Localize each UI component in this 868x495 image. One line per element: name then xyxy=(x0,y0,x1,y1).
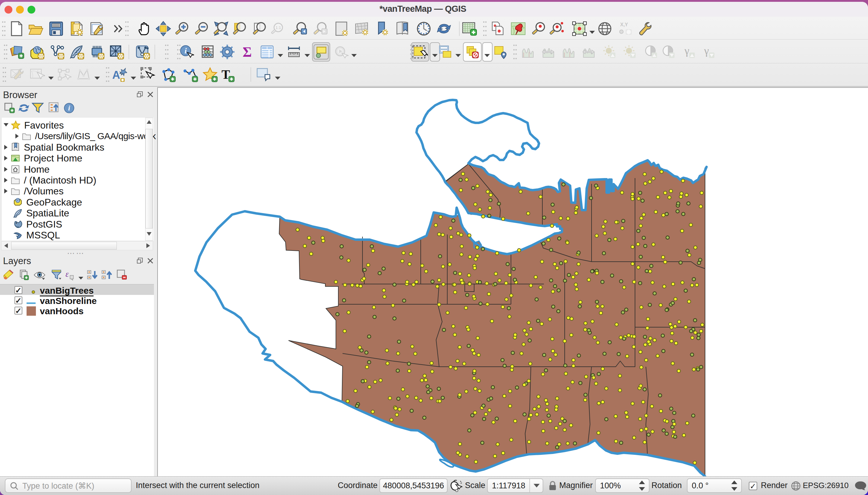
svg-text:Σ: Σ xyxy=(243,45,252,60)
svg-text:i: i xyxy=(68,104,70,112)
svg-text:γ: γ xyxy=(684,45,689,57)
svg-text:A: A xyxy=(112,69,120,81)
svg-text:γ: γ xyxy=(704,45,709,57)
svg-text:X,Y: X,Y xyxy=(620,22,628,27)
svg-text:ε: ε xyxy=(66,270,69,278)
svg-text:i: i xyxy=(185,47,187,55)
svg-text:1:1: 1:1 xyxy=(276,25,281,30)
